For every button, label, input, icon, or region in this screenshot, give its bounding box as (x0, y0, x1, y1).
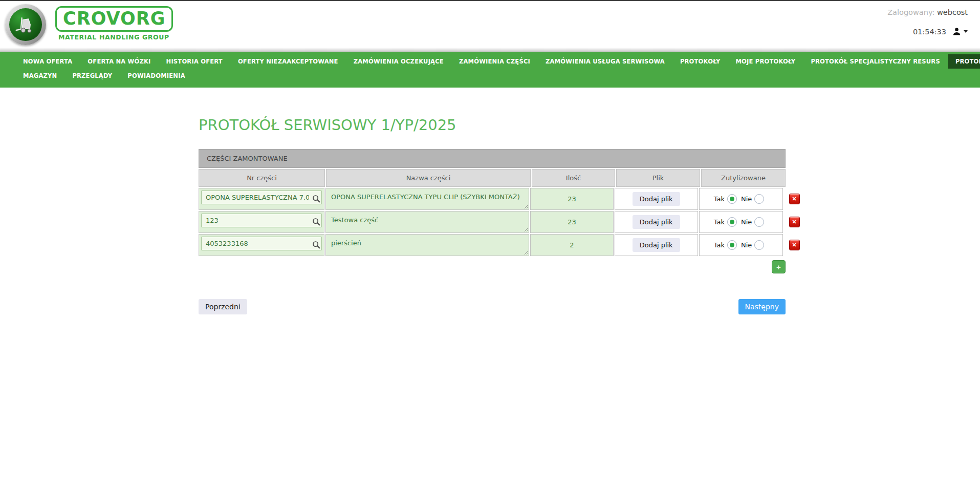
next-button[interactable]: Następny (738, 299, 786, 314)
previous-button[interactable]: Poprzedni (199, 299, 247, 314)
user-block: Zalogowany: webcost 01:54:33 (887, 8, 968, 36)
nav-item[interactable]: ZAMÓWIENIA OCZEKUJĄCE (346, 54, 451, 69)
add-file-button[interactable]: Dodaj plik (633, 238, 680, 252)
forklift-logo-badge (5, 4, 46, 45)
table-row: Testowa część 23 Dodaj plik Tak Nie ✕ (199, 211, 802, 233)
table-row: OPONA SUPERELASTYCZNA TYPU CLIP (SZYBKI … (199, 188, 802, 210)
part-name-cell: pierścień (325, 234, 529, 256)
add-file-button[interactable]: Dodaj plik (633, 215, 680, 229)
radio-no-label: Nie (741, 195, 752, 203)
part-number-input[interactable] (201, 190, 322, 204)
nav-row-secondary: MAGAZYNPRZEGLĄDYPOWIADOMIENIA (15, 69, 980, 83)
delete-row-button[interactable]: ✕ (789, 240, 800, 250)
session-timer: 01:54:33 (913, 28, 946, 36)
quantity-value: 2 (570, 241, 574, 249)
delete-row-button[interactable]: ✕ (789, 217, 800, 227)
part-name-cell: Testowa część (325, 211, 529, 233)
radio-yes[interactable] (727, 240, 737, 250)
forklift-icon (9, 8, 42, 41)
utilized-cell: Tak Nie (699, 188, 783, 210)
nav-item[interactable]: ZAMÓWIENIA CZĘŚCI (451, 54, 538, 69)
radio-no[interactable] (754, 240, 764, 250)
part-number-cell (199, 188, 324, 210)
column-header-part-name: Nazwa części (326, 169, 531, 187)
radio-yes-label: Tak (714, 195, 725, 203)
part-number-cell (199, 234, 324, 256)
table-rows: OPONA SUPERELASTYCZNA TYPU CLIP (SZYBKI … (199, 188, 802, 256)
quantity-value: 23 (568, 195, 576, 203)
nav-item[interactable]: ZAMÓWIENIA USŁUGA SERWISOWA (538, 54, 672, 69)
nav-item[interactable]: PROTOKÓŁ SPECJALISTYCZNY RESURS (803, 54, 947, 69)
part-name-textarea[interactable]: pierścień (326, 235, 529, 256)
header-shadow (0, 48, 980, 52)
file-cell: Dodaj plik (615, 188, 698, 210)
logged-in-line: Zalogowany: webcost (887, 8, 968, 16)
add-row-button[interactable]: + (772, 260, 786, 273)
delete-cell: ✕ (786, 211, 802, 233)
radio-no[interactable] (754, 217, 764, 227)
table-row: pierścień 2 Dodaj plik Tak Nie ✕ (199, 234, 802, 256)
delete-row-button[interactable]: ✕ (789, 194, 800, 204)
page-title: PROTOKÓŁ SERWISOWY 1/YP/2025 (199, 116, 980, 134)
nav-item[interactable]: PROTOKOL SERWISOWY (948, 54, 980, 69)
radio-no-label: Nie (741, 218, 752, 226)
column-header-utilized: Zutylizowane (701, 169, 786, 187)
nav-item[interactable]: OFERTY NIEZAAKCEPTOWANE (230, 54, 346, 69)
add-file-button[interactable]: Dodaj plik (633, 192, 680, 206)
nav-item[interactable]: NOWA OFERTA (15, 54, 80, 69)
nav-item[interactable]: PRZEGLĄDY (64, 69, 120, 83)
file-cell: Dodaj plik (615, 211, 698, 233)
quantity-cell: 23 (530, 188, 613, 210)
brand-tagline: MATERIAL HANDLING GROUP (58, 33, 173, 41)
app-header: CROVORG MATERIAL HANDLING GROUP Zalogowa… (0, 1, 980, 52)
parts-table: CZĘŚCI ZAMONTOWANE Nr części Nazwa częśc… (199, 149, 802, 273)
nav-item[interactable]: MAGAZYN (15, 69, 64, 83)
nav-row-primary: NOWA OFERTAOFERTA NA WÓZKIHISTORIA OFERT… (15, 54, 980, 69)
nav-item[interactable]: HISTORIA OFERT (159, 54, 230, 69)
logged-in-label: Zalogowany: (887, 8, 934, 16)
radio-yes[interactable] (727, 194, 737, 204)
column-header-part-number: Nr części (199, 169, 325, 187)
search-icon[interactable] (312, 218, 320, 226)
radio-no[interactable] (754, 194, 764, 204)
utilized-cell: Tak Nie (699, 234, 783, 256)
part-name-cell: OPONA SUPERELASTYCZNA TYPU CLIP (SZYBKI … (325, 188, 529, 210)
radio-no-label: Nie (741, 241, 752, 249)
search-icon[interactable] (312, 195, 320, 203)
username: webcost (937, 8, 968, 16)
user-icon (952, 27, 961, 36)
radio-yes-label: Tak (714, 218, 725, 226)
column-header-file: Plik (616, 169, 700, 187)
table-header-row: Nr części Nazwa części Ilość Plik Zutyli… (199, 169, 802, 187)
quantity-cell: 23 (530, 211, 613, 233)
part-name-textarea[interactable]: OPONA SUPERELASTYCZNA TYPU CLIP (SZYBKI … (326, 188, 529, 209)
search-icon[interactable] (312, 241, 320, 249)
part-number-input[interactable] (201, 214, 322, 227)
quantity-value: 23 (568, 218, 576, 226)
main-navigation: NOWA OFERTAOFERTA NA WÓZKIHISTORIA OFERT… (0, 52, 980, 88)
radio-yes-label: Tak (714, 241, 725, 249)
part-number-cell (199, 211, 324, 233)
delete-cell: ✕ (786, 188, 802, 210)
radio-yes[interactable] (727, 217, 737, 227)
chevron-down-icon (964, 30, 968, 33)
wizard-navigation: Poprzedni Następny (199, 299, 786, 314)
table-caption: CZĘŚCI ZAMONTOWANE (199, 149, 786, 168)
column-header-quantity: Ilość (532, 169, 615, 187)
part-number-input[interactable] (201, 237, 322, 250)
part-name-textarea[interactable]: Testowa część (326, 211, 529, 232)
user-menu-button[interactable] (952, 27, 968, 36)
brand-name: CROVORG (55, 6, 173, 32)
file-cell: Dodaj plik (615, 234, 698, 256)
nav-item[interactable]: PROTOKOŁY (672, 54, 728, 69)
quantity-cell: 2 (530, 234, 613, 256)
utilized-cell: Tak Nie (699, 211, 783, 233)
brand-logo: CROVORG MATERIAL HANDLING GROUP (55, 6, 173, 41)
nav-item[interactable]: MOJE PROTOKOŁY (728, 54, 803, 69)
nav-item[interactable]: OFERTA NA WÓZKI (80, 54, 158, 69)
delete-cell: ✕ (786, 234, 802, 256)
nav-item[interactable]: POWIADOMIENIA (120, 69, 192, 83)
